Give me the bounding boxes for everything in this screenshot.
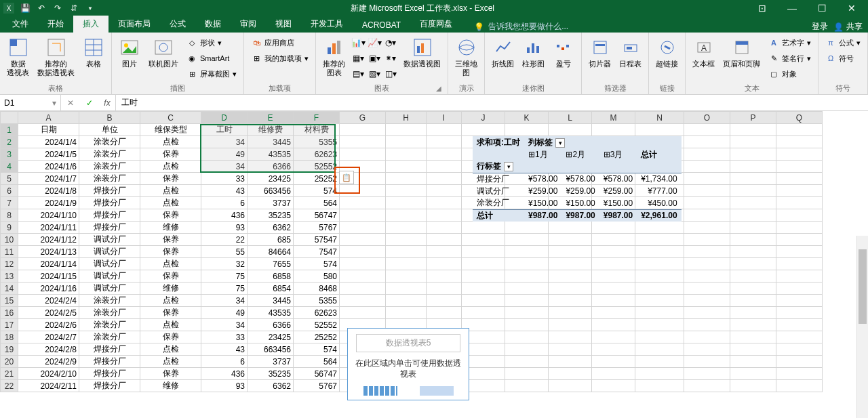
minimize-button[interactable]: — (778, 1, 806, 15)
cell-E16[interactable]: 43535 (248, 307, 294, 319)
pivot-table-1[interactable]: 求和项:工时 列标签▾ ⊞1月 ⊞2月 ⊞3月 总计 行标签▾ 焊接分厂¥578… (473, 136, 682, 222)
cell-L14[interactable] (549, 283, 592, 295)
cell-N10[interactable] (635, 234, 684, 246)
row-header-17[interactable]: 17 (1, 319, 18, 331)
screenshot-button[interactable]: ⊞屏幕截图 ▾ (184, 66, 239, 81)
map3d-button[interactable]: 三维地图 (452, 35, 480, 79)
cell-G12[interactable] (340, 258, 386, 270)
my-addins-button[interactable]: ⊞我的加载项 ▾ (248, 51, 311, 66)
cell-G16[interactable] (340, 307, 386, 319)
equation-button[interactable]: π公式 ▾ (823, 35, 863, 50)
cell-N21[interactable] (635, 368, 684, 380)
row-header-2[interactable]: 2 (1, 136, 18, 148)
cell-O2[interactable] (684, 136, 730, 148)
col-header-M[interactable]: M (592, 112, 635, 124)
col-header-B[interactable]: B (79, 112, 140, 124)
cell-B14[interactable]: 调试分厂 (79, 283, 140, 295)
cell-I2[interactable] (427, 136, 462, 148)
cell-O22[interactable] (684, 380, 730, 392)
cell-N1[interactable] (635, 124, 684, 136)
cell-A21[interactable]: 2024/2/10 (18, 368, 79, 380)
row-header-14[interactable]: 14 (1, 283, 18, 295)
cell-L9[interactable] (549, 222, 592, 234)
cell-I6[interactable] (427, 185, 462, 197)
cell-H12[interactable] (386, 258, 427, 270)
headerfooter-button[interactable]: 页眉和页脚 (720, 35, 763, 70)
row-header-5[interactable]: 5 (1, 173, 18, 185)
cell-Q12[interactable] (776, 258, 823, 270)
cell-A8[interactable]: 2024/1/10 (18, 209, 79, 222)
cell-H8[interactable] (386, 209, 427, 222)
cell-P8[interactable] (730, 209, 776, 222)
cell-O14[interactable] (684, 283, 730, 295)
cell-N14[interactable] (635, 283, 684, 295)
cell-I10[interactable] (427, 234, 462, 246)
col-header-H[interactable]: H (386, 112, 427, 124)
touch-mode-icon[interactable]: ⇵ (68, 2, 80, 14)
chart-bar-button[interactable]: ▤▾ (351, 66, 366, 81)
cell-A12[interactable]: 2024/1/14 (18, 258, 79, 270)
cell-C7[interactable]: 点检 (140, 197, 201, 209)
store-button[interactable]: 🛍应用商店 (248, 35, 311, 50)
paste-options-button[interactable]: 📋 (339, 171, 354, 184)
cell-O15[interactable] (684, 295, 730, 307)
cell-E12[interactable]: 7655 (248, 258, 294, 270)
pivot-month-1[interactable]: ⊞1月 (524, 148, 561, 161)
cell-C13[interactable]: 保养 (140, 270, 201, 283)
cell-D4[interactable]: 34 (201, 161, 248, 173)
cell-F2[interactable]: 5355 (294, 136, 340, 148)
cell-A4[interactable]: 2024/1/6 (18, 161, 79, 173)
tab-insert[interactable]: 插入 (73, 16, 108, 33)
cell-E13[interactable]: 6858 (248, 270, 294, 283)
cell-E2[interactable]: 3445 (248, 136, 294, 148)
row-header-10[interactable]: 10 (1, 234, 18, 246)
cell-M17[interactable] (592, 319, 635, 331)
cell-F3[interactable]: 62623 (294, 148, 340, 161)
cell-B21[interactable]: 焊接分厂 (79, 368, 140, 380)
cell-Q2[interactable] (776, 136, 823, 148)
cell-G15[interactable] (340, 295, 386, 307)
row-header-8[interactable]: 8 (1, 209, 18, 222)
cell-J15[interactable] (462, 295, 505, 307)
cell-I7[interactable] (427, 197, 462, 209)
cell-D2[interactable]: 34 (201, 136, 248, 148)
cell-N15[interactable] (635, 295, 684, 307)
cell-P9[interactable] (730, 222, 776, 234)
recommended-pivot-button[interactable]: 推荐的数据透视表 (35, 35, 77, 79)
sparkline-line-button[interactable]: 折线图 (489, 35, 517, 70)
tab-formulas[interactable]: 公式 (160, 16, 195, 33)
cell-K13[interactable] (505, 270, 549, 283)
cell-H15[interactable] (386, 295, 427, 307)
cell-M16[interactable] (592, 307, 635, 319)
cell-A10[interactable]: 2024/1/12 (18, 234, 79, 246)
cell-Q20[interactable] (776, 356, 823, 368)
cell-C14[interactable]: 维修 (140, 283, 201, 295)
cell-B12[interactable]: 调试分厂 (79, 258, 140, 270)
row-header-1[interactable]: 1 (1, 124, 18, 136)
cell-I8[interactable] (427, 209, 462, 222)
cell-D22[interactable]: 93 (201, 380, 248, 392)
cell-O20[interactable] (684, 356, 730, 368)
tab-data[interactable]: 数据 (195, 16, 231, 33)
qat-customize-icon[interactable]: ▼ (84, 2, 96, 14)
cell-H10[interactable] (386, 234, 427, 246)
row-header-21[interactable]: 21 (1, 368, 18, 380)
cell-D10[interactable]: 22 (201, 234, 248, 246)
cell-L1[interactable] (549, 124, 592, 136)
cell-C8[interactable]: 保养 (140, 209, 201, 222)
cell-G11[interactable] (340, 246, 386, 258)
cell-C2[interactable]: 点检 (140, 136, 201, 148)
cell-O1[interactable] (684, 124, 730, 136)
cell-B10[interactable]: 调试分厂 (79, 234, 140, 246)
row-header-12[interactable]: 12 (1, 258, 18, 270)
cell-G13[interactable] (340, 270, 386, 283)
cell-F13[interactable]: 580 (294, 270, 340, 283)
cell-A22[interactable]: 2024/2/11 (18, 380, 79, 392)
col-header-Q[interactable]: Q (776, 112, 823, 124)
cell-Q22[interactable] (776, 380, 823, 392)
cell-M10[interactable] (592, 234, 635, 246)
cell-Q21[interactable] (776, 368, 823, 380)
cell-P18[interactable] (730, 331, 776, 343)
cell-I16[interactable] (427, 307, 462, 319)
cell-Q17[interactable] (776, 319, 823, 331)
